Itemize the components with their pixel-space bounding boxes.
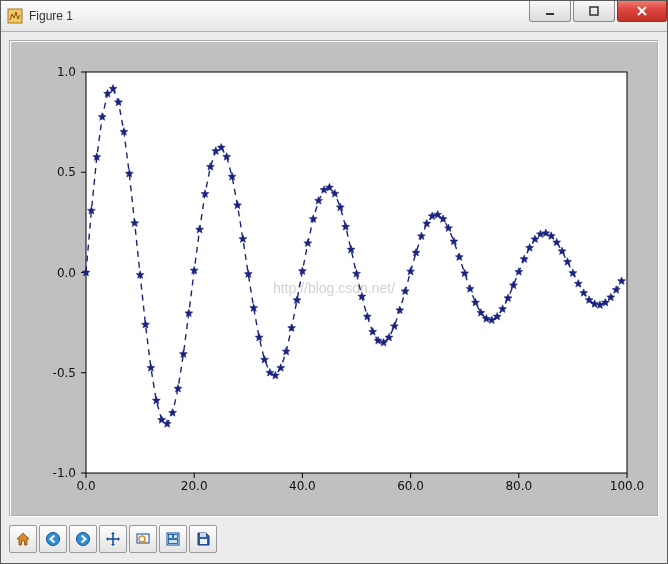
- titlebar[interactable]: Figure 1: [1, 1, 667, 32]
- svg-point-4: [77, 533, 90, 546]
- y-tick-label: 1.0: [57, 65, 76, 79]
- y-tick-label: 0.0: [57, 266, 76, 280]
- subplots-icon: [165, 531, 181, 547]
- home-button[interactable]: [9, 525, 37, 553]
- arrow-right-icon: [75, 531, 91, 547]
- pan-button[interactable]: [99, 525, 127, 553]
- home-icon: [15, 531, 31, 547]
- svg-rect-11: [200, 533, 206, 537]
- y-tick-label: -1.0: [53, 466, 76, 480]
- app-window: Figure 1 0.020.040.060.080.0100.0-1.0-0: [0, 0, 668, 564]
- window-title: Figure 1: [29, 9, 529, 23]
- svg-rect-9: [174, 535, 178, 539]
- x-tick-label: 40.0: [289, 479, 316, 493]
- x-tick-label: 0.0: [76, 479, 95, 493]
- window-buttons: [529, 1, 667, 31]
- nav-toolbar: [9, 523, 659, 555]
- svg-rect-1: [546, 13, 554, 15]
- maximize-icon: [588, 5, 600, 17]
- chart-canvas[interactable]: 0.020.040.060.080.0100.0-1.0-0.50.00.51.…: [11, 42, 657, 515]
- figure-panel[interactable]: 0.020.040.060.080.0100.0-1.0-0.50.00.51.…: [9, 40, 659, 517]
- client-area: 0.020.040.060.080.0100.0-1.0-0.50.00.51.…: [1, 32, 667, 563]
- back-button[interactable]: [39, 525, 67, 553]
- svg-point-3: [47, 533, 60, 546]
- close-icon: [636, 5, 648, 17]
- save-button[interactable]: [189, 525, 217, 553]
- x-tick-label: 80.0: [505, 479, 532, 493]
- arrow-left-icon: [45, 531, 61, 547]
- minimize-icon: [544, 5, 556, 17]
- forward-button[interactable]: [69, 525, 97, 553]
- close-button[interactable]: [617, 1, 667, 22]
- minimize-button[interactable]: [529, 1, 571, 22]
- x-tick-label: 20.0: [181, 479, 208, 493]
- move-icon: [105, 531, 121, 547]
- zoom-button[interactable]: [129, 525, 157, 553]
- app-icon: [7, 8, 23, 24]
- svg-rect-10: [169, 540, 178, 544]
- svg-rect-2: [590, 7, 598, 15]
- maximize-button[interactable]: [573, 1, 615, 22]
- y-tick-label: 0.5: [57, 165, 76, 179]
- save-icon: [195, 531, 211, 547]
- svg-rect-8: [169, 535, 173, 539]
- y-tick-label: -0.5: [53, 366, 76, 380]
- zoom-icon: [135, 531, 151, 547]
- x-tick-label: 100.0: [610, 479, 644, 493]
- configure-button[interactable]: [159, 525, 187, 553]
- x-tick-label: 60.0: [397, 479, 424, 493]
- svg-rect-12: [200, 539, 207, 544]
